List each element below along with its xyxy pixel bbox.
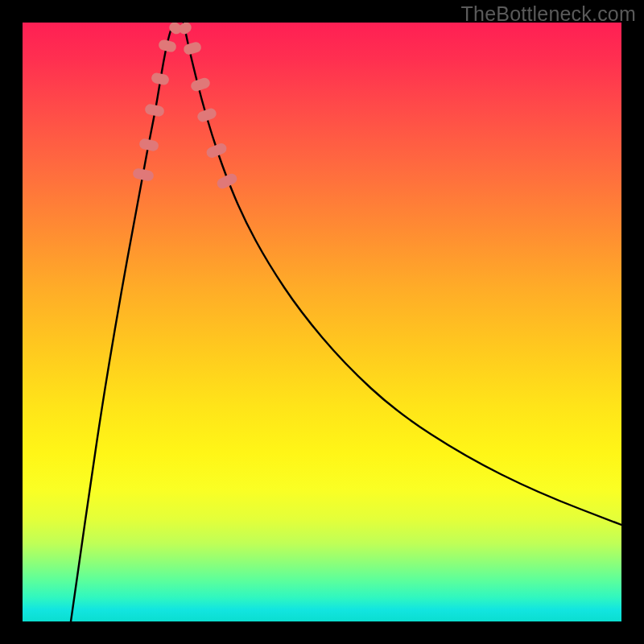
- curve-layer: [23, 23, 621, 621]
- marker-pill: [151, 72, 170, 85]
- marker-pill: [204, 142, 228, 159]
- marker-pill: [183, 41, 203, 56]
- marker-pill: [138, 138, 159, 152]
- marker-pill: [190, 76, 212, 93]
- marker-pill: [144, 103, 165, 118]
- plot-area: [23, 23, 621, 621]
- curve-right-branch: [184, 23, 621, 525]
- chart-frame: TheBottleneck.com: [0, 0, 644, 644]
- watermark-text: TheBottleneck.com: [461, 2, 636, 26]
- marker-pill: [132, 167, 155, 182]
- marker-pill: [215, 171, 238, 190]
- marker-pill: [158, 39, 177, 53]
